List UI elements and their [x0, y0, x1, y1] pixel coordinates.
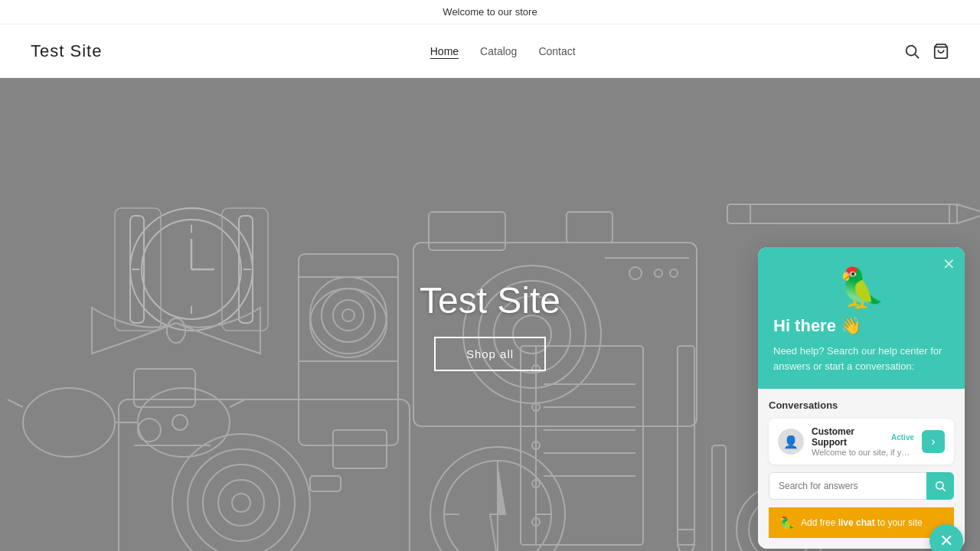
chat-subtitle: Need help? Search our help center for an… [773, 344, 949, 373]
chat-panel: ✕ 🦜 Hi there 👋 Need help? Search our hel… [758, 247, 965, 549]
svg-point-86 [936, 482, 943, 489]
chat-widget: ✕ 🦜 Hi there 👋 Need help? Search our hel… [758, 247, 965, 549]
svg-line-87 [942, 488, 946, 491]
chat-collapse-button[interactable]: ✕ [942, 255, 956, 273]
shop-all-button[interactable]: Shop all [434, 337, 546, 371]
cart-icon[interactable] [933, 43, 949, 60]
conv-active-badge: Active [891, 433, 914, 442]
search-icon[interactable] [903, 43, 920, 60]
site-logo: Test Site [31, 41, 102, 61]
search-row [769, 472, 954, 500]
nav-home[interactable]: Home [430, 45, 459, 57]
conversation-item[interactable]: 👤 Customer Support Active Welcome to our… [769, 419, 954, 465]
chat-body: Conversations 👤 Customer Support Active … [758, 389, 965, 549]
cta-text: Add free live chat to your site [801, 517, 923, 528]
cta-icon: 🦜 [779, 516, 795, 530]
chat-cta-bar: 🦜 Add free live chat to your site [769, 507, 954, 538]
hero-section: Test Site Shop all ✕ 🦜 Hi there 👋 Need h… [0, 78, 980, 551]
conv-info: Customer Support Active Welcome to our s… [812, 426, 914, 457]
conv-name: Customer Support [812, 426, 891, 448]
hero-title: Test Site [420, 279, 560, 321]
announcement-text: Welcome to our store [443, 6, 537, 18]
hero-content: Test Site Shop all [420, 279, 560, 371]
chat-header: ✕ 🦜 Hi there 👋 Need help? Search our hel… [758, 247, 965, 389]
header: Test Site Home Catalog Contact [0, 24, 980, 78]
conv-preview: Welcome to our site, if you ne... [812, 448, 914, 457]
conv-name-row: Customer Support Active [812, 426, 914, 448]
header-icons [903, 43, 949, 60]
conv-open-button[interactable]: › [922, 430, 945, 453]
svg-line-1 [915, 54, 919, 58]
cta-bold[interactable]: live chat [838, 517, 875, 528]
main-nav: Home Catalog Contact [430, 45, 576, 57]
conversations-label: Conversations [769, 399, 954, 411]
chat-greeting: Hi there 👋 [773, 316, 949, 336]
nav-contact[interactable]: Contact [538, 45, 575, 57]
conv-avatar: 👤 [778, 429, 804, 455]
chat-bird-icon: 🦜 [773, 266, 949, 310]
nav-catalog[interactable]: Catalog [480, 45, 517, 57]
help-search-input[interactable] [769, 472, 926, 500]
svg-point-0 [906, 45, 916, 55]
announcement-bar: Welcome to our store [0, 0, 980, 24]
help-search-button[interactable] [926, 472, 954, 500]
